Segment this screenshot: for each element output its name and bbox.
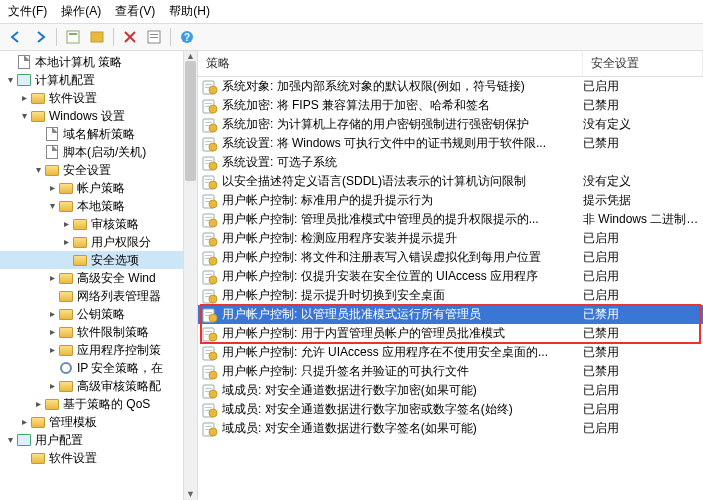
tree-item[interactable]: ▸用户权限分 [0,233,197,251]
tree-item[interactable]: ▾用户配置 [0,431,197,449]
scroll-thumb[interactable] [185,61,196,181]
expand-icon[interactable]: ▸ [46,305,58,323]
policy-row[interactable]: 用户帐户控制: 以管理员批准模式运行所有管理员已禁用 [198,305,703,324]
svg-point-47 [209,257,217,265]
expand-icon[interactable]: ▸ [32,143,44,161]
separator [170,28,171,46]
svg-rect-61 [205,331,212,332]
expand-icon[interactable]: ▸ [60,215,72,233]
policy-value: 已禁用 [579,344,699,361]
expand-icon[interactable]: ▾ [4,71,16,89]
expand-icon[interactable]: ▸ [18,449,30,467]
delete-button[interactable] [120,27,140,47]
export-button[interactable] [87,27,107,47]
tree-item[interactable]: ▾Windows 设置 [0,107,197,125]
policy-name: 用户帐户控制: 以管理员批准模式运行所有管理员 [222,306,579,323]
column-policy[interactable]: 策略 [198,51,583,76]
expand-icon[interactable]: ▾ [46,197,58,215]
options-button[interactable] [144,27,164,47]
tree-item[interactable]: ▸审核策略 [0,215,197,233]
menu-file[interactable]: 文件(F) [8,3,47,20]
scroll-down-icon[interactable]: ▼ [184,489,197,500]
expand-icon[interactable]: ▸ [4,53,16,71]
expand-icon[interactable]: ▸ [18,89,30,107]
expand-icon[interactable]: ▸ [46,287,58,305]
expand-icon[interactable]: ▸ [46,359,58,377]
tree-item[interactable]: ▸软件设置 [0,449,197,467]
menu-view[interactable]: 查看(V) [115,3,155,20]
policy-row[interactable]: 系统设置: 可选子系统 [198,153,703,172]
properties-button[interactable] [63,27,83,47]
policy-name: 用户帐户控制: 标准用户的提升提示行为 [222,192,579,209]
svg-rect-13 [205,103,212,104]
policy-row[interactable]: 用户帐户控制: 允许 UIAccess 应用程序在不使用安全桌面的...已禁用 [198,343,703,362]
policy-row[interactable]: 系统加密: 为计算机上存储的用户密钥强制进行强密钥保护没有定义 [198,115,703,134]
tree-item[interactable]: ▾本地策略 [0,197,197,215]
tree-item[interactable]: ▸安全选项 [0,251,197,269]
policy-row[interactable]: 用户帐户控制: 只提升签名并验证的可执行文件已禁用 [198,362,703,381]
expand-icon[interactable]: ▾ [18,107,30,125]
policy-row[interactable]: 用户帐户控制: 检测应用程序安装并提示提升已启用 [198,229,703,248]
tree-item[interactable]: ▸高级安全 Wind [0,269,197,287]
policy-name: 域成员: 对安全通道数据进行数字加密(如果可能) [222,382,579,399]
svg-point-83 [209,428,217,436]
policy-row[interactable]: 以安全描述符定义语言(SDDL)语法表示的计算机访问限制没有定义 [198,172,703,191]
menu-action[interactable]: 操作(A) [61,3,101,20]
policy-row[interactable]: 用户帐户控制: 管理员批准模式中管理员的提升权限提示的...非 Windows … [198,210,703,229]
expand-icon[interactable]: ▸ [46,323,58,341]
policy-row[interactable]: 域成员: 对安全通道数据进行数字加密(如果可能)已启用 [198,381,703,400]
policy-row[interactable]: 用户帐户控制: 仅提升安装在安全位置的 UIAccess 应用程序已启用 [198,267,703,286]
column-security[interactable]: 安全设置 [583,51,703,76]
policy-row[interactable]: 域成员: 对安全通道数据进行数字加密或数字签名(始终)已启用 [198,400,703,419]
tree-item[interactable]: ▾安全设置 [0,161,197,179]
tree-item[interactable]: ▸网络列表管理器 [0,287,197,305]
tree-item[interactable]: ▸高级审核策略配 [0,377,197,395]
tree-item[interactable]: ▸管理模板 [0,413,197,431]
policy-row[interactable]: 用户帐户控制: 用于内置管理员帐户的管理员批准模式已禁用 [198,324,703,343]
svg-rect-53 [205,293,212,294]
tree-item[interactable]: ▸IP 安全策略，在 [0,359,197,377]
policy-row[interactable]: 系统加密: 将 FIPS 兼容算法用于加密、哈希和签名已禁用 [198,96,703,115]
policy-row[interactable]: 域成员: 对安全通道数据进行数字签名(如果可能)已启用 [198,419,703,438]
expand-icon[interactable]: ▾ [32,161,44,179]
expand-icon[interactable]: ▸ [46,269,58,287]
svg-rect-25 [205,160,212,161]
expand-icon[interactable]: ▸ [32,125,44,143]
svg-point-39 [209,219,217,227]
back-button[interactable] [6,27,26,47]
expand-icon[interactable]: ▸ [46,341,58,359]
policy-row[interactable]: 用户帐户控制: 将文件和注册表写入错误虚拟化到每用户位置已启用 [198,248,703,267]
policy-row[interactable]: 系统对象: 加强内部系统对象的默认权限(例如，符号链接)已启用 [198,77,703,96]
svg-rect-4 [150,34,158,35]
forward-button[interactable] [30,27,50,47]
policy-row[interactable]: 系统设置: 将 Windows 可执行文件中的证书规则用于软件限...已禁用 [198,134,703,153]
tree-item[interactable]: ▸软件设置 [0,89,197,107]
expand-icon[interactable]: ▸ [46,179,58,197]
tree-item[interactable]: ▸应用程序控制策 [0,341,197,359]
menu-help[interactable]: 帮助(H) [169,3,210,20]
tree-item[interactable]: ▾计算机配置 [0,71,197,89]
expand-icon[interactable]: ▾ [4,431,16,449]
policy-name: 用户帐户控制: 只提升签名并验证的可执行文件 [222,363,579,380]
tree-item[interactable]: ▸公钥策略 [0,305,197,323]
expand-icon[interactable]: ▸ [46,377,58,395]
help-button[interactable]: ? [177,27,197,47]
policy-icon [202,98,218,114]
menu-bar: 文件(F) 操作(A) 查看(V) 帮助(H) [0,0,703,24]
expand-icon[interactable]: ▸ [18,413,30,431]
tree-item[interactable]: ▸域名解析策略 [0,125,197,143]
svg-rect-0 [67,31,79,43]
tree-item[interactable]: ▸脚本(启动/关机) [0,143,197,161]
tree-item[interactable]: ▸帐户策略 [0,179,197,197]
tree-scrollbar[interactable]: ▲ ▼ [183,51,197,500]
expand-icon[interactable]: ▸ [60,233,72,251]
svg-rect-5 [150,37,158,38]
expand-icon[interactable]: ▸ [60,251,72,269]
tree-item[interactable]: ▸基于策略的 QoS [0,395,197,413]
expand-icon[interactable]: ▸ [32,395,44,413]
policy-row[interactable]: 用户帐户控制: 提示提升时切换到安全桌面已启用 [198,286,703,305]
policy-row[interactable]: 用户帐户控制: 标准用户的提升提示行为提示凭据 [198,191,703,210]
tree-item[interactable]: ▸软件限制策略 [0,323,197,341]
tree-item-label: 用户配置 [35,431,83,449]
tree-item[interactable]: ▸本地计算机 策略 [0,53,197,71]
